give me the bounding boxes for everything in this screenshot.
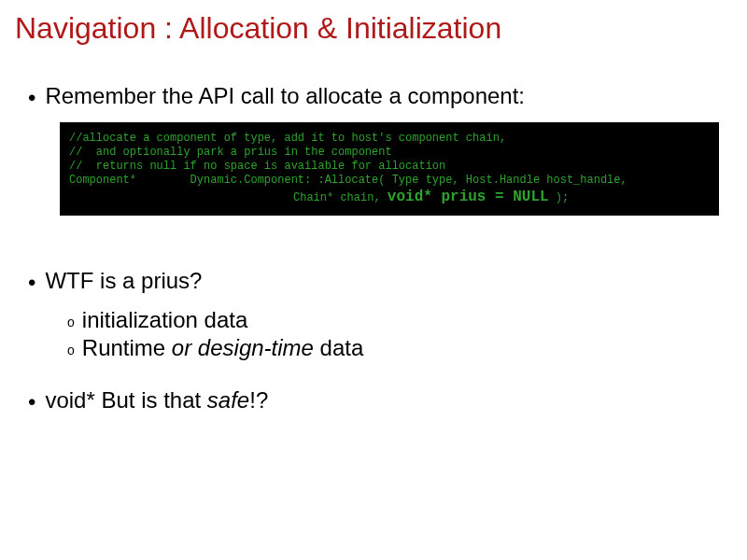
slide: Navigation : Allocation & Initialization… bbox=[0, 0, 747, 441]
text-segment: !? bbox=[249, 387, 268, 413]
sub-bullet-2: o Runtime or design-time data bbox=[67, 335, 732, 361]
sub-bullet-text: initialization data bbox=[82, 307, 247, 333]
bullet-item-3: • void* But is that safe!? bbox=[28, 387, 732, 413]
code-highlight: void* prius = NULL bbox=[388, 189, 549, 205]
sub-bullet-text: Runtime or design-time data bbox=[82, 335, 364, 361]
text-italic: safe bbox=[207, 387, 249, 413]
bullet-dot-icon: • bbox=[28, 391, 35, 413]
bullet-text: void* But is that safe!? bbox=[45, 387, 268, 413]
slide-title: Navigation : Allocation & Initialization bbox=[15, 11, 732, 46]
code-line: Component* Dynamic.Component: :Allocate(… bbox=[69, 174, 627, 187]
bullet-text: Remember the API call to allocate a comp… bbox=[45, 83, 525, 109]
spacer bbox=[15, 361, 732, 387]
sub-bullet-1: o initialization data bbox=[67, 307, 732, 333]
spacer bbox=[15, 242, 732, 268]
text-segment: Runtime bbox=[82, 335, 172, 360]
bullet-item-2: • WTF is a prius? bbox=[28, 268, 732, 294]
text-segment: void* But is that bbox=[45, 387, 206, 413]
bullet-item-1: • Remember the API call to allocate a co… bbox=[28, 83, 732, 109]
code-block: //allocate a component of type, add it t… bbox=[60, 122, 719, 216]
text-italic: or design-time bbox=[172, 335, 314, 360]
code-line: //allocate a component of type, add it t… bbox=[69, 132, 506, 145]
code-line: Chain* chain, void* prius = NULL ); bbox=[69, 188, 710, 206]
bullet-dot-icon: • bbox=[28, 272, 35, 294]
code-segment: Chain* chain, bbox=[293, 191, 388, 204]
bullet-dot-icon: • bbox=[28, 87, 35, 109]
text-segment: data bbox=[314, 335, 363, 360]
code-line: // returns null if no space is available… bbox=[69, 160, 445, 173]
code-line: // and optionally park a prius in the co… bbox=[69, 146, 392, 159]
code-segment: ); bbox=[549, 191, 570, 204]
bullet-text: WTF is a prius? bbox=[45, 268, 202, 294]
circle-bullet-icon: o bbox=[67, 315, 75, 329]
circle-bullet-icon: o bbox=[67, 343, 75, 357]
